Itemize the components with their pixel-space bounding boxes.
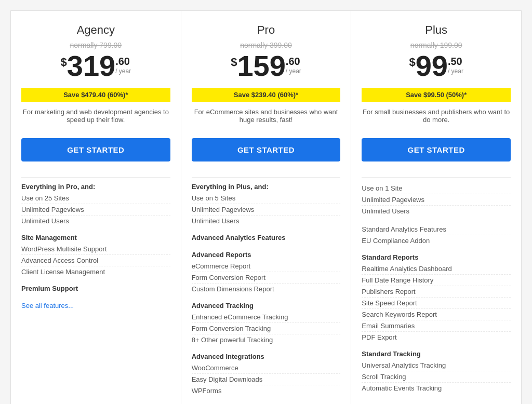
feature-item-agency-1-0: WordPress Multisite Support [21, 244, 170, 255]
feature-item-pro-2-1: Form Conversion Report [192, 272, 341, 284]
price-details-agency: .60 / year [115, 56, 131, 75]
feature-item-plus-2-3: Site Speed Report [362, 298, 511, 309]
feature-item-plus-0-0: Use on 1 Site [362, 183, 511, 194]
feature-item-pro-0-2: Unlimited Users [192, 216, 341, 226]
save-badge-agency: Save $479.40 (60%)* [21, 88, 170, 102]
feature-item-plus-0-2: Unlimited Users [362, 206, 511, 217]
feature-item-plus-1-1: EU Compliance Addon [362, 235, 511, 246]
feature-item-pro-4-0: WooCommerce [192, 362, 341, 374]
divider-pro [192, 177, 341, 178]
price-decimal-agency: .60 [115, 56, 131, 68]
feature-item-plus-2-1: Full Date Range History [362, 275, 511, 286]
currency-plus: $ [409, 56, 415, 69]
get-started-button-pro[interactable]: GET STARTED [192, 138, 341, 161]
price-decimal-plus: .50 [448, 56, 463, 68]
features-intro-pro: Everything in Plus, and: [192, 183, 341, 191]
feature-item-agency-0-2: Unlimited Users [21, 216, 170, 226]
feature-item-pro-0-0: Use on 5 Sites [192, 193, 341, 204]
feature-item-pro-2-0: eCommerce Report [192, 261, 341, 272]
feature-item-pro-4-1: Easy Digital Downloads [192, 374, 341, 385]
price-details-plus: .50 / year [448, 56, 463, 75]
get-started-button-plus[interactable]: GET STARTED [362, 138, 511, 161]
feature-item-plus-3-0: Universal Analytics Tracking [362, 360, 511, 371]
price-year-plus: / year [448, 68, 463, 75]
plan-name-pro: Pro [192, 23, 341, 37]
feature-item-plus-2-2: Publishers Report [362, 286, 511, 298]
feature-group-pro-1: Advanced Analytics Features [192, 234, 341, 244]
plan-description-pro: For eCommerce sites and businesses who w… [192, 108, 341, 129]
feature-section-title-plus-2: Standard Reports [362, 253, 511, 261]
feature-section-title-agency-2: Premium Support [21, 285, 170, 292]
feature-item-pro-2-2: Custom Dimensions Report [192, 284, 341, 294]
price-year-pro: / year [286, 68, 301, 75]
feature-group-plus-2: Standard ReportsRealtime Analytics Dashb… [362, 253, 511, 343]
price-year-agency: / year [115, 68, 131, 75]
feature-section-title-pro-4: Advanced Integrations [192, 353, 341, 360]
feature-item-plus-0-1: Unlimited Pageviews [362, 194, 511, 206]
feature-item-pro-4-2: WPForms [192, 385, 341, 396]
plan-description-plus: For small businesses and publishers who … [362, 108, 511, 129]
currency-agency: $ [60, 56, 66, 69]
price-row-plus: $ 99 .50 / year [362, 51, 511, 80]
divider-plus [362, 177, 511, 178]
plan-card-pro: Pro normally 399.00 $ 159 .60 / year Sav… [181, 10, 352, 404]
price-row-pro: $ 159 .60 / year [192, 51, 341, 80]
feature-item-plus-2-0: Realtime Analytics Dashboard [362, 263, 511, 275]
feature-group-agency-2: Premium Support [21, 285, 170, 294]
feature-group-plus-1: Standard Analytics FeaturesEU Compliance… [362, 224, 511, 246]
price-decimal-pro: .60 [286, 56, 301, 68]
feature-item-pro-3-2: 8+ Other powerful Tracking [192, 334, 341, 345]
feature-section-title-plus-3: Standard Tracking [362, 350, 511, 358]
original-price-pro: normally 399.00 [192, 41, 341, 49]
price-row-agency: $ 319 .60 / year [21, 51, 170, 80]
plan-card-agency: Agency normally 799.00 $ 319 .60 / year … [10, 10, 181, 404]
save-badge-plus: Save $99.50 (50%)* [362, 88, 511, 102]
feature-section-title-pro-3: Advanced Tracking [192, 302, 341, 309]
feature-group-plus-3: Standard TrackingUniversal Analytics Tra… [362, 350, 511, 394]
feature-group-agency-0: Use on 25 SitesUnlimited PageviewsUnlimi… [21, 193, 170, 226]
feature-item-agency-0-1: Unlimited Pageviews [21, 204, 170, 216]
plan-card-plus: Plus normally 199.00 $ 99 .50 / year Sav… [351, 10, 522, 404]
feature-item-agency-1-1: Advanced Access Control [21, 255, 170, 266]
feature-item-pro-3-0: Enhanced eCommerce Tracking [192, 312, 341, 323]
feature-item-plus-2-4: Search Keywords Report [362, 309, 511, 320]
feature-section-title-pro-2: Advanced Reports [192, 251, 341, 259]
original-price-plus: normally 199.00 [362, 41, 511, 49]
plan-name-plus: Plus [362, 23, 511, 37]
feature-group-pro-4: Advanced IntegrationsWooCommerceEasy Dig… [192, 353, 341, 396]
features-intro-agency: Everything in Pro, and: [21, 183, 170, 191]
original-price-agency: normally 799.00 [21, 41, 170, 49]
feature-item-agency-1-2: Client License Management [21, 266, 170, 277]
pricing-container: Agency normally 799.00 $ 319 .60 / year … [10, 10, 522, 404]
feature-item-plus-3-2: Automatic Events Tracking [362, 383, 511, 394]
feature-group-pro-0: Use on 5 SitesUnlimited PageviewsUnlimit… [192, 193, 341, 226]
save-badge-pro: Save $239.40 (60%)* [192, 88, 341, 102]
feature-item-plus-2-6: PDF Export [362, 332, 511, 343]
feature-item-pro-3-1: Form Conversion Tracking [192, 323, 341, 334]
feature-group-pro-2: Advanced ReportseCommerce ReportForm Con… [192, 251, 341, 294]
plan-description-agency: For marketing and web development agenci… [21, 108, 170, 129]
plan-name-agency: Agency [21, 23, 170, 37]
feature-group-agency-1: Site ManagementWordPress Multisite Suppo… [21, 234, 170, 277]
price-main-pro: 159 [237, 51, 285, 80]
feature-group-plus-0: Use on 1 SiteUnlimited PageviewsUnlimite… [362, 183, 511, 217]
price-main-plus: 99 [416, 51, 448, 80]
feature-item-plus-3-1: Scroll Tracking [362, 371, 511, 383]
get-started-button-agency[interactable]: GET STARTED [21, 138, 170, 161]
feature-item-agency-0-0: Use on 25 Sites [21, 193, 170, 204]
feature-item-plus-1-0: Standard Analytics Features [362, 224, 511, 235]
feature-item-plus-2-5: Email Summaries [362, 320, 511, 332]
feature-group-pro-3: Advanced TrackingEnhanced eCommerce Trac… [192, 302, 341, 345]
see-all-link-agency[interactable]: See all features... [21, 302, 170, 309]
feature-section-title-agency-1: Site Management [21, 234, 170, 241]
currency-pro: $ [231, 56, 237, 69]
feature-item-pro-0-1: Unlimited Pageviews [192, 204, 341, 216]
divider-agency [21, 177, 170, 178]
price-main-agency: 319 [67, 51, 115, 80]
price-details-pro: .60 / year [286, 56, 301, 75]
feature-section-title-pro-1: Advanced Analytics Features [192, 234, 341, 241]
